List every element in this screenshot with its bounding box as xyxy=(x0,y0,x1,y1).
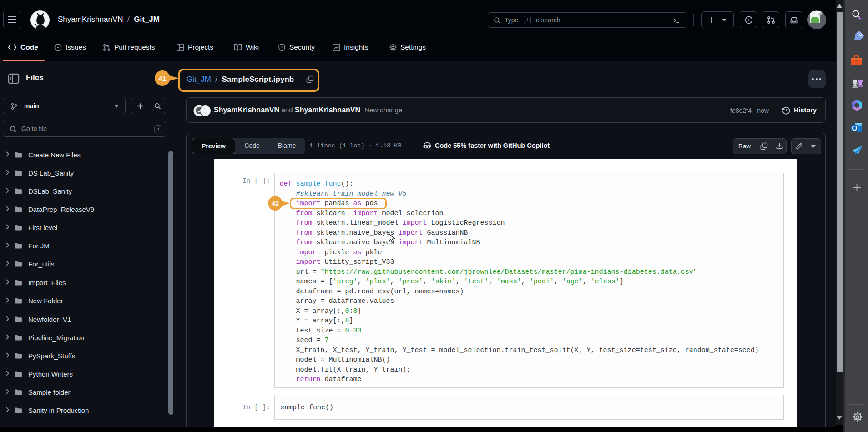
svg-text:42: 42 xyxy=(272,200,279,207)
svg-text:41: 41 xyxy=(158,75,167,82)
